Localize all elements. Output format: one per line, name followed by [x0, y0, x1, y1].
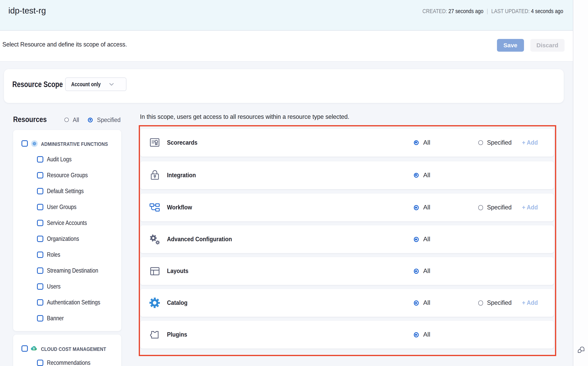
svg-text:$: $: [33, 347, 35, 350]
